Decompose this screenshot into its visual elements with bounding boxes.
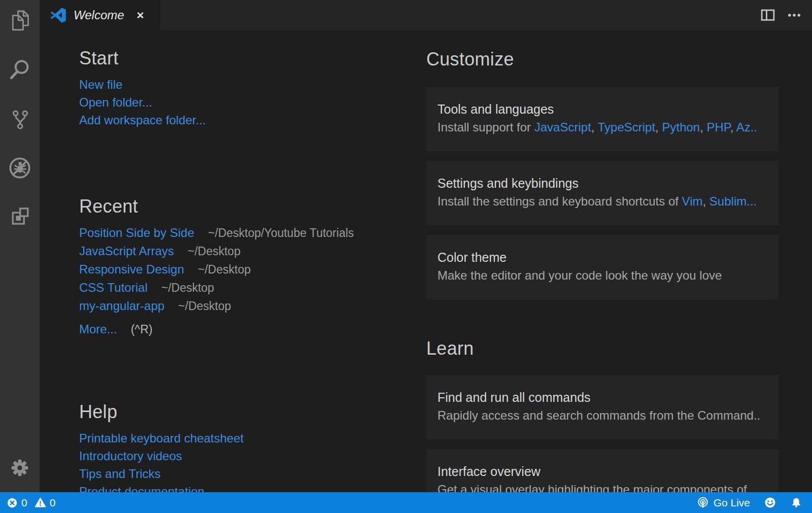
help-link[interactable]: Product documentation xyxy=(79,483,205,492)
recent-item: Position Side by Side~/Desktop/Youtube T… xyxy=(79,224,404,242)
card-desc-text: , xyxy=(730,120,736,134)
learn-card[interactable]: Interface overviewGet a visual overlay h… xyxy=(426,449,779,492)
problems-status[interactable]: 0 0 xyxy=(0,497,58,509)
help-link[interactable]: Introductory videos xyxy=(79,447,182,465)
files-icon xyxy=(8,9,31,32)
card-description: Rapidly access and search commands from … xyxy=(437,407,767,424)
search-icon xyxy=(8,58,31,81)
error-icon xyxy=(7,497,18,508)
card-title: Find and run all commands xyxy=(437,389,767,406)
recent-item-link[interactable]: CSS Tutorial xyxy=(79,279,148,296)
tab-bar: Welcome ✕ xyxy=(40,0,812,30)
extensions-icon xyxy=(9,206,31,228)
error-count: 0 xyxy=(21,497,27,509)
gear-icon xyxy=(10,458,30,478)
recent-item-link[interactable]: Position Side by Side xyxy=(79,224,194,242)
recent-item-path: ~/Desktop xyxy=(178,297,231,315)
more-link[interactable]: More... xyxy=(79,320,117,338)
card-desc-text: , xyxy=(655,120,662,134)
recent-item: Responsive Design~/Desktop xyxy=(79,260,404,279)
broadcast-icon xyxy=(696,496,709,509)
card-description: Install support for JavaScript, TypeScri… xyxy=(437,119,767,135)
status-bar: 0 0 Go Live xyxy=(0,492,812,513)
activity-bar-debug-button[interactable] xyxy=(0,156,40,180)
card-title: Tools and languages xyxy=(437,101,767,118)
card-description: Install the settings and keyboard shortc… xyxy=(437,193,767,210)
learn-cards: Find and run all commandsRapidly access … xyxy=(426,375,779,492)
help-heading: Help xyxy=(79,400,404,424)
feedback-smiley-button[interactable] xyxy=(764,496,776,509)
card-desc-link[interactable]: Az.. xyxy=(736,120,757,134)
go-live-button[interactable]: Go Live xyxy=(696,496,750,509)
card-desc-text: Rapidly access and search commands from … xyxy=(437,408,760,422)
card-desc-text: Get a visual overlay highlighting the ma… xyxy=(437,483,747,492)
tab-welcome[interactable]: Welcome ✕ xyxy=(40,0,160,30)
help-link[interactable]: Tips and Tricks xyxy=(79,465,161,483)
activity-bar-extensions-button[interactable] xyxy=(0,205,40,229)
card-desc-link[interactable]: TypeScript xyxy=(598,120,655,134)
go-live-label: Go Live xyxy=(714,497,750,509)
recent-item: my-angular-app~/Desktop xyxy=(79,297,404,315)
customize-cards: Tools and languagesInstall support for J… xyxy=(426,87,779,299)
card-desc-text: , xyxy=(591,120,598,134)
notifications-bell-button[interactable] xyxy=(790,497,802,509)
recent-section: Recent Position Side by Side~/Desktop/Yo… xyxy=(79,195,404,338)
card-description: Make the editor and your code look the w… xyxy=(437,267,767,284)
start-link[interactable]: New file xyxy=(79,76,122,93)
customize-heading: Customize xyxy=(426,48,779,71)
split-editor-icon[interactable] xyxy=(760,8,775,23)
help-links: Printable keyboard cheatsheetIntroductor… xyxy=(79,429,404,492)
card-title: Interface overview xyxy=(437,463,767,480)
recent-item-path: ~/Desktop/Youtube Tutorials xyxy=(208,224,354,242)
bell-icon xyxy=(790,497,802,509)
card-desc-link[interactable]: PHP xyxy=(707,120,730,134)
editor-actions xyxy=(760,0,812,30)
recent-item-path: ~/Desktop xyxy=(161,279,214,297)
card-description: Get a visual overlay highlighting the ma… xyxy=(437,481,767,492)
source-control-icon xyxy=(9,108,31,131)
welcome-page: Start New fileOpen folder...Add workspac… xyxy=(40,30,812,492)
recent-item-link[interactable]: JavaScript Arrays xyxy=(79,242,174,260)
start-link[interactable]: Add workspace folder... xyxy=(79,111,206,129)
more-actions-icon[interactable] xyxy=(787,8,802,22)
card-desc-link[interactable]: JavaScript xyxy=(534,120,591,134)
recent-item: JavaScript Arrays~/Desktop xyxy=(79,242,404,260)
activity-bar-search-button[interactable] xyxy=(0,57,40,82)
activity-bar-source-control-button[interactable] xyxy=(0,107,40,131)
recent-item: CSS Tutorial~/Desktop xyxy=(79,279,404,297)
vscode-logo-icon xyxy=(50,7,67,24)
warning-icon xyxy=(35,497,46,508)
more-shortcut: (^R) xyxy=(131,321,153,338)
start-heading: Start xyxy=(79,47,404,70)
customize-card[interactable]: Settings and keybindingsInstall the sett… xyxy=(426,161,779,225)
start-section: Start New fileOpen folder...Add workspac… xyxy=(79,47,404,129)
card-desc-link[interactable]: Sublim... xyxy=(709,194,757,208)
learn-card[interactable]: Find and run all commandsRapidly access … xyxy=(426,375,779,439)
learn-section: Learn Find and run all commandsRapidly a… xyxy=(426,337,779,492)
card-title: Settings and keybindings xyxy=(437,175,767,192)
close-icon[interactable]: ✕ xyxy=(137,11,145,20)
recent-item-link[interactable]: my-angular-app xyxy=(79,297,164,315)
recent-heading: Recent xyxy=(79,195,404,218)
start-link[interactable]: Open folder... xyxy=(79,93,152,111)
settings-gear-button[interactable] xyxy=(0,457,40,479)
customize-card[interactable]: Tools and languagesInstall support for J… xyxy=(426,87,779,151)
help-section: Help Printable keyboard cheatsheetIntrod… xyxy=(79,400,404,492)
activity-bar-explorer-button[interactable] xyxy=(0,8,40,32)
recent-item-path: ~/Desktop xyxy=(198,261,251,279)
card-desc-link[interactable]: Vim xyxy=(682,194,703,208)
card-desc-text: Install the settings and keyboard shortc… xyxy=(437,194,682,208)
card-desc-text: Install support for xyxy=(437,120,534,134)
learn-heading: Learn xyxy=(426,337,779,360)
recent-item-path: ~/Desktop xyxy=(188,243,241,260)
help-link[interactable]: Printable keyboard cheatsheet xyxy=(79,429,244,447)
recent-item-link[interactable]: Responsive Design xyxy=(79,260,184,278)
customize-card[interactable]: Color themeMake the editor and your code… xyxy=(426,235,779,299)
card-desc-link[interactable]: Python xyxy=(662,120,700,134)
card-desc-text: , xyxy=(703,194,709,208)
recent-list: Position Side by Side~/Desktop/Youtube T… xyxy=(79,224,404,315)
start-links: New fileOpen folder...Add workspace fold… xyxy=(79,76,404,129)
card-title: Color theme xyxy=(437,249,767,266)
debug-icon xyxy=(8,156,31,180)
status-bar-right: Go Live xyxy=(696,496,812,509)
